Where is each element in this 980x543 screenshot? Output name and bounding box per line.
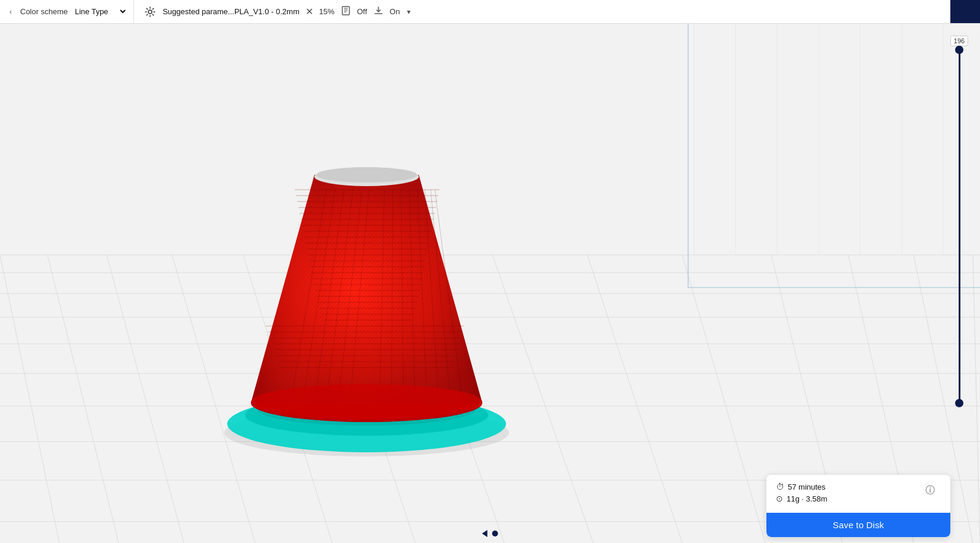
slider-handle-bottom[interactable] xyxy=(955,399,963,407)
time-label: 57 minutes xyxy=(788,483,826,491)
clock-icon: ⏱ xyxy=(776,482,784,491)
color-scheme-label: Color scheme xyxy=(20,7,68,16)
svg-point-97 xyxy=(251,384,482,420)
download-icon xyxy=(373,5,384,18)
save-to-disk-button[interactable]: Save to Disk xyxy=(766,513,950,537)
toolbar-center-section: Suggested parame...PLA_V1.0 - 0.2mm ✕ 15… xyxy=(134,5,950,18)
slider-track[interactable] xyxy=(959,50,960,403)
filament-icon: ⊙ xyxy=(776,494,783,503)
toolbar-left-section: ‹ Color scheme Line Type Speed Temperatu… xyxy=(0,0,134,23)
material-label: 11g · 3.58m xyxy=(787,494,828,503)
nav-dot[interactable] xyxy=(492,531,498,536)
bottom-nav xyxy=(482,530,498,537)
layers-icon: ✕ xyxy=(306,6,313,17)
time-stat-row: ⏱ 57 minutes xyxy=(776,482,828,491)
toolbar: ‹ Color scheme Line Type Speed Temperatu… xyxy=(0,0,980,24)
infill-value: 15% xyxy=(319,7,335,16)
suggested-params: Suggested parame...PLA_V1.0 - 0.2mm ✕ 15… xyxy=(144,5,412,18)
slider-handle-top[interactable] xyxy=(955,46,963,54)
nav-arrow-left[interactable] xyxy=(482,530,488,537)
svg-point-96 xyxy=(316,167,417,183)
suggested-params-text: Suggested parame...PLA_V1.0 - 0.2mm xyxy=(163,7,300,16)
material-stat-row: ⊙ 11g · 3.58m xyxy=(776,494,828,503)
line-type-select[interactable]: Line Type Speed Temperature xyxy=(72,7,128,17)
3d-viewport[interactable]: 196 ⏱ 57 minutes ⊙ 11g · 3.58m ⓘ Save to xyxy=(0,24,980,543)
chevron-left-button[interactable]: ‹ xyxy=(6,7,15,17)
layer-value-badge: 196 xyxy=(950,36,968,46)
stats-left: ⏱ 57 minutes ⊙ 11g · 3.58m xyxy=(776,482,828,506)
svg-point-0 xyxy=(148,10,152,14)
svg-rect-6 xyxy=(0,24,980,543)
on-label: On xyxy=(390,7,400,16)
support-off-label: Off xyxy=(357,7,367,16)
info-stats: ⏱ 57 minutes ⊙ 11g · 3.58m ⓘ xyxy=(766,475,950,513)
scene-svg xyxy=(0,24,980,543)
svg-rect-1 xyxy=(342,7,349,15)
info-button[interactable]: ⓘ xyxy=(922,482,938,499)
info-button-container: ⓘ xyxy=(922,482,941,499)
params-dropdown-button[interactable]: ▾ xyxy=(406,7,412,17)
support-icon xyxy=(341,5,351,18)
toolbar-right-accent xyxy=(950,0,980,23)
info-panel: ⏱ 57 minutes ⊙ 11g · 3.58m ⓘ Save to Dis… xyxy=(766,475,950,537)
settings-icon xyxy=(144,5,157,18)
layer-slider[interactable]: 196 xyxy=(950,36,968,403)
